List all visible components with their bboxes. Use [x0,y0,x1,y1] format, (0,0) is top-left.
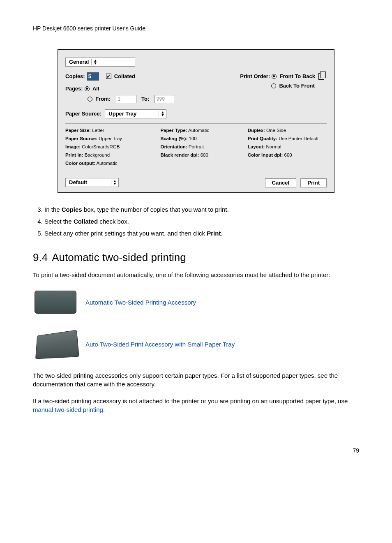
setting-label: Color input dpi: [248,153,283,157]
setting-label: Paper Type: [160,128,187,133]
setting-value: Use Printer Default [279,136,318,141]
default-label: Default [69,179,87,186]
print-order-label: Print Order: [240,73,270,79]
paper-source-value: Upper Tray [108,110,136,118]
setting-label: Paper Size: [65,128,91,133]
default-dropdown[interactable]: Default ▲▼ [65,178,119,187]
manual-two-sided-link[interactable]: manual two-sided printing [33,406,103,413]
setting-label: Color output: [65,161,95,166]
dropdown-arrows-icon: ▲▼ [159,111,164,117]
setting-value: Upper Tray [99,136,122,141]
section-title: Automatic two-sided printing [52,251,186,263]
setting-value: Automatic [188,128,209,133]
setting-label: Print Quality: [248,136,277,141]
setting-label: Duplex: [248,128,265,133]
to-input[interactable]: 999 [154,95,175,103]
setting-value: Portrait [189,144,204,149]
section-heading: 9.4Automatic two-sided printing [33,250,359,265]
collated-checkbox[interactable] [106,74,111,79]
paper-source-label: Paper Source: [65,111,101,117]
setting-value: Letter [92,128,104,133]
dropdown-arrows-icon: ▲▼ [91,59,97,65]
dropdown-arrows-icon: ▲▼ [111,180,117,185]
setting-value: Normal [266,144,281,149]
paper-source-dropdown[interactable]: Upper Tray ▲▼ [105,109,166,118]
from-label: From: [95,96,111,102]
setting-value: ColorSmart/sRGB [82,144,120,149]
step-5: Select any other print settings that you… [44,229,359,238]
setting-value: One Side [266,128,286,133]
pages-all-label: All [92,85,99,92]
back-to-front-label: Back To Front [279,83,314,89]
tab-dropdown[interactable]: General ▲▼ [65,58,135,67]
setting-label: Layout: [248,144,265,149]
setting-label: Scaling (%): [160,136,187,141]
pages-label: Pages: [65,85,83,92]
setting-label: Black render dpi: [160,153,199,157]
accessory-row-1: Automatic Two-Sided Printing Accessory [33,287,359,317]
settings-summary: Paper Size: Letter Paper Type: Automatic… [65,127,327,166]
setting-value: 100 [189,136,196,141]
preview-icon[interactable] [318,72,327,81]
setting-label: Print in: [65,153,83,157]
instruction-steps: In the Copies box, type the number of co… [33,205,359,238]
front-to-back-radio[interactable] [272,74,277,79]
setting-value: Automatic [96,161,117,166]
duplexer-image [33,287,78,317]
setting-value: Background [85,153,110,157]
from-input[interactable]: 1 [116,95,136,103]
accessory-link-1[interactable]: Automatic Two-Sided Printing Accessory [85,298,196,307]
accessory-row-2: Auto Two-Sided Print Accessory with Smal… [33,329,359,359]
cancel-button[interactable]: Cancel [265,178,297,187]
accessory-link-2[interactable]: Auto Two-Sided Print Accessory with Smal… [85,340,235,349]
copies-input[interactable]: 5 [87,72,99,81]
front-to-back-label: Front To Back [280,73,315,79]
setting-label: Orientation: [160,144,187,149]
setting-value: 600 [201,153,208,157]
to-label: To: [141,96,149,102]
print-button[interactable]: Print [300,178,327,187]
print-dialog-screenshot: General ▲▼ Copies: 5 Collated Pages: All… [58,49,334,193]
page-header: HP Deskjet 6600 series printer User's Gu… [33,25,359,33]
section-para-3: If a two-sided printing accessory is not… [33,397,359,414]
setting-label: Image: [65,144,81,149]
collated-label: Collated [114,73,135,79]
divider [65,172,327,172]
divider [65,123,327,124]
copies-label: Copies: [65,73,85,79]
section-number: 9.4 [33,251,48,263]
step-4: Select the Collated check box. [44,217,359,226]
section-para-2: The two-sided printing accessories only … [33,371,359,388]
pages-from-radio[interactable] [88,97,92,102]
pages-all-radio[interactable] [85,86,90,91]
setting-label: Paper Source: [65,136,97,141]
page-number: 79 [33,447,359,455]
duplexer-tray-image [33,329,78,359]
back-to-front-radio[interactable] [271,83,276,88]
setting-value: 600 [284,153,292,157]
tab-dropdown-label: General [69,58,89,66]
step-3: In the Copies box, type the number of co… [44,205,359,214]
section-intro: To print a two-sided document automatica… [33,270,359,279]
